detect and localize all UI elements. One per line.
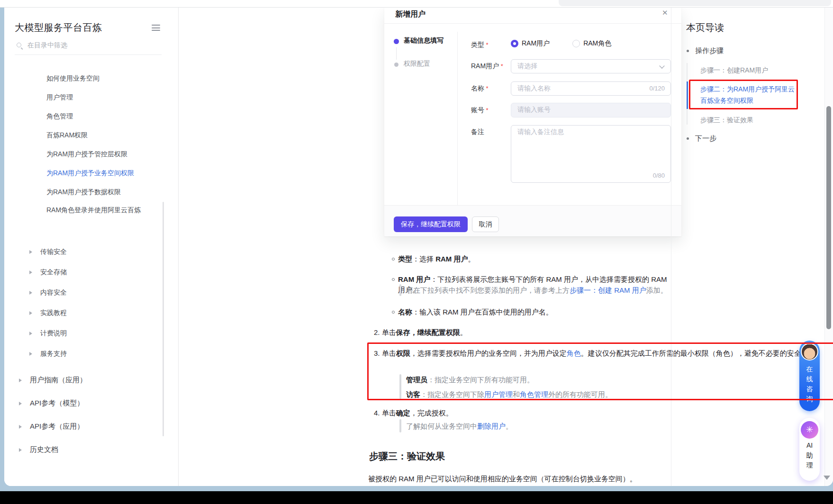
sidebar-item-label: 安全存储 [40, 268, 67, 277]
bullet-name: 名称：输入该 RAM 用户在百炼中使用的用户名。 [398, 307, 553, 317]
product-title: 大模型服务平台百炼 [15, 21, 102, 34]
inline-link[interactable]: 用户管理 [484, 390, 513, 398]
account-input-placeholder: 请输入账号 [517, 106, 551, 114]
inline-link[interactable]: 角色 [567, 349, 581, 357]
remark-placeholder: 请输入备注信息 [517, 128, 564, 136]
bullet-icon [392, 258, 395, 261]
expand-arrow-icon[interactable] [29, 311, 32, 315]
sidebar-item[interactable]: 为RAM用户授予数据权限 [4, 183, 175, 202]
name-char-counter: 0/120 [649, 85, 665, 92]
sidebar-item-label: 计费说明 [40, 329, 67, 338]
radio-ram-user[interactable] [511, 40, 518, 47]
sidebar-item-label: 内容安全 [40, 288, 67, 297]
sidebar-item[interactable]: API参考（应用） [4, 415, 175, 438]
inline-link[interactable]: 角色管理 [520, 390, 548, 398]
toc-section-steps[interactable]: 操作步骤 [695, 46, 724, 55]
expand-arrow-icon[interactable] [19, 425, 22, 429]
sidebar-item[interactable]: 内容安全 [4, 282, 175, 303]
sidebar-item[interactable]: 为RAM用户授予管控层权限 [4, 145, 175, 164]
doc-content: 新增用户 ✕ 基础信息填写 权限配置 类型 RAM用户 RAM角色 RAM用户 [179, 8, 671, 486]
sidebar-item[interactable]: 百炼RAM权限 [4, 126, 175, 145]
bullet-icon [687, 50, 689, 52]
collapse-sidebar-icon[interactable] [152, 25, 160, 31]
sidebar-item-label: 如何使用业务空间 [46, 74, 100, 83]
ai-assistant-button[interactable]: ✳ AI助理 [799, 418, 820, 481]
ram-user-select[interactable]: 请选择 [511, 59, 671, 73]
name-label: 名称 [471, 84, 489, 93]
expand-arrow-icon[interactable] [19, 448, 22, 452]
expand-arrow-icon[interactable] [19, 378, 22, 382]
step-item-2: 2. 单击保存，继续配置权限。 [374, 327, 467, 338]
expand-arrow-icon[interactable] [29, 250, 32, 254]
expand-arrow-icon[interactable] [29, 270, 32, 274]
expand-arrow-icon[interactable] [19, 402, 22, 405]
sidebar-item-label: 历史文档 [30, 445, 58, 454]
wizard-step-basic-info: 基础信息填写 [404, 36, 444, 45]
page-scrollbar-thumb[interactable] [826, 106, 831, 329]
remark-textarea[interactable]: 请输入备注信息 0/80 [511, 125, 671, 183]
sidebar-item[interactable]: 为RAM用户授予业务空间权限 [4, 164, 175, 183]
cancel-button[interactable]: 取消 [472, 216, 499, 232]
consultant-avatar [801, 343, 818, 360]
sidebar-item-label: 角色管理 [46, 112, 73, 121]
sidebar-item[interactable]: 角色管理 [4, 107, 175, 126]
sidebar-item[interactable]: RAM角色登录并使用阿里云百炼 [4, 202, 175, 232]
top-bar [0, 0, 833, 8]
sidebar-item-label: 为RAM用户授予数据权限 [46, 188, 121, 197]
ai-assistant-label: AI助理 [799, 441, 820, 470]
sidebar-search[interactable]: 在目录中筛选 [15, 41, 162, 55]
sidebar-item[interactable]: 服务支持 [4, 343, 175, 364]
heading-step3: 步骤三：验证效果 [369, 450, 445, 463]
sidebar-item[interactable]: 用户管理 [4, 88, 175, 107]
step2-dot-icon [394, 63, 398, 67]
sidebar-item-label: 用户管理 [46, 93, 73, 102]
type-radio-group: RAM用户 RAM角色 [511, 39, 611, 48]
sidebar: 大模型服务平台百炼 在目录中筛选 如何使用业务空间用户管理角色管理百炼RAM权限… [4, 8, 179, 486]
sidebar-item-label: 实践教程 [40, 309, 67, 317]
dialog-vertical-divider [457, 32, 458, 207]
sidebar-item-label: 传输安全 [40, 248, 67, 256]
inline-link[interactable]: 步骤一：创建 RAM 用户 [570, 286, 646, 294]
step-item-4: 4. 单击确定，完成授权。 [374, 408, 453, 418]
para-step3: 被授权的 RAM 用户已可以访问和使用相应的业务空间（可在控制台切换业务空间）。 [368, 474, 637, 484]
sidebar-item[interactable]: 如何使用业务空间 [4, 69, 175, 88]
search-icon [17, 43, 21, 47]
bullet-icon [392, 311, 395, 314]
sidebar-item-label: 为RAM用户授予管控层权限 [46, 150, 127, 159]
name-input[interactable]: 请输入名称 0/120 [511, 81, 671, 96]
toc-step3[interactable]: 步骤三：验证效果 [700, 116, 753, 125]
sidebar-item-label: 服务支持 [40, 350, 67, 358]
sidebar-item-label: 百炼RAM权限 [46, 131, 88, 140]
sidebar-item[interactable]: 实践教程 [4, 303, 175, 323]
ai-assistant-icon: ✳ [801, 421, 818, 439]
remark-label: 备注 [471, 128, 484, 136]
close-icon[interactable]: ✕ [662, 9, 668, 17]
sidebar-item-label: API参考（模型） [30, 399, 84, 408]
radio-ram-user-label[interactable]: RAM用户 [522, 39, 550, 48]
quote-admin: 管理员：指定业务空间下所有功能可用。 [406, 375, 534, 385]
expand-arrow-icon[interactable] [29, 332, 32, 335]
radio-ram-role[interactable] [572, 40, 580, 47]
sidebar-item[interactable]: 历史文档 [4, 438, 175, 461]
page-scrollbar-track[interactable] [824, 8, 833, 486]
sidebar-scrollbar-thumb[interactable] [163, 202, 164, 436]
sidebar-item[interactable]: 用户指南（应用） [4, 369, 175, 392]
toc-step2-active[interactable]: 步骤二：为RAM用户授予阿里云百炼业务空间权限 [700, 83, 795, 106]
radio-ram-role-label[interactable]: RAM角色 [583, 39, 611, 48]
toc-section-next[interactable]: 下一步 [695, 134, 716, 143]
sidebar-item[interactable]: 安全存储 [4, 262, 175, 282]
dialog-title: 新增用户 [395, 9, 426, 19]
chevron-down-icon [659, 63, 664, 68]
toc-step1[interactable]: 步骤一：创建RAM用户 [700, 66, 768, 75]
online-consult-button[interactable]: 在线咨询 [799, 341, 820, 411]
sidebar-item[interactable]: 传输安全 [4, 242, 175, 262]
top-search-bar-clipped[interactable] [559, 0, 831, 6]
scroll-down-arrow-icon[interactable] [824, 476, 830, 480]
sidebar-item[interactable]: 计费说明 [4, 323, 175, 343]
expand-arrow-icon[interactable] [29, 352, 32, 356]
expand-arrow-icon[interactable] [29, 291, 32, 295]
sidebar-item[interactable]: API参考（模型） [4, 392, 175, 415]
inline-link[interactable]: 删除用户 [477, 422, 506, 430]
dialog-footer: 保存，继续配置权限 取消 [384, 205, 681, 236]
save-continue-button[interactable]: 保存，继续配置权限 [394, 216, 468, 232]
